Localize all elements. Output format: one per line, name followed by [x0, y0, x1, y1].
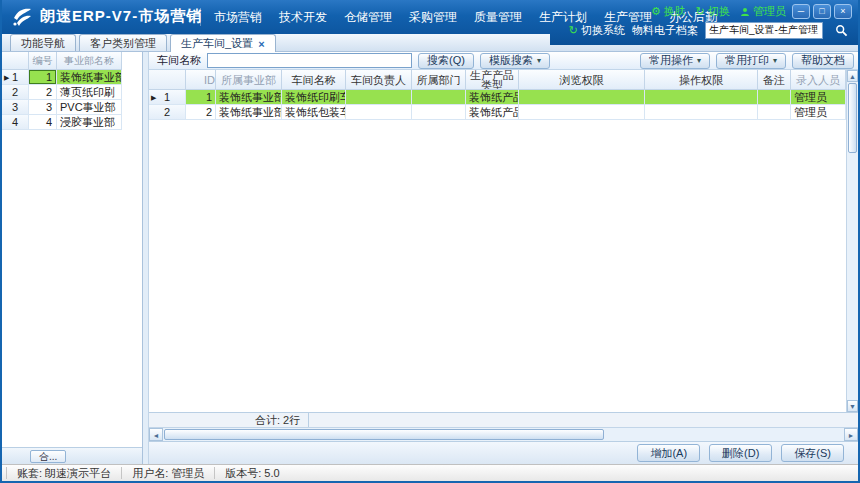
menu-item[interactable]: 技术开发 — [279, 9, 327, 26]
tabs: 功能导航客户类别管理生产车间_设置 — [10, 34, 279, 51]
search-submit-button[interactable]: 搜索(Q) — [418, 53, 474, 69]
cell-entry_by[interactable]: 管理员 — [791, 105, 846, 120]
column-header-manager[interactable]: 车间负责人 — [346, 70, 412, 90]
common-print-button[interactable]: 常用打印 — [716, 53, 786, 69]
cell-view_perm[interactable] — [519, 90, 645, 105]
cell-name[interactable]: 浸胶事业部 — [57, 115, 122, 130]
vertical-scrollbar[interactable]: ▲ ▼ — [846, 70, 858, 412]
cell-workshop[interactable]: 装饰纸印刷车间 — [282, 90, 346, 105]
vertical-scroll-thumb[interactable] — [848, 83, 857, 153]
add-button[interactable]: 增加(A) — [637, 444, 700, 462]
cell-dept[interactable]: 装饰纸事业部 — [216, 90, 282, 105]
cell-remark[interactable] — [758, 105, 791, 120]
marker-column-header — [149, 70, 186, 90]
cell-manager[interactable] — [346, 105, 412, 120]
right-panel: 车间名称 搜索(Q) 模版搜索 常用操作 常用打印 帮助文档 ID所属事业部车间… — [149, 52, 858, 464]
switch-label: 切换 — [708, 4, 730, 19]
save-button[interactable]: 保存(S) — [781, 444, 844, 462]
minimize-button[interactable]: ─ — [792, 4, 810, 19]
scroll-left-icon[interactable]: ◄ — [149, 428, 163, 441]
top-area: 朗速ERP-V7-市场营销 市场营销技术开发仓储管理采购管理质量管理生产计划生产… — [2, 0, 858, 52]
search-button[interactable] — [830, 21, 852, 39]
tab[interactable]: 功能导航 — [10, 34, 76, 51]
close-button[interactable]: × — [834, 4, 852, 19]
cell-view_perm[interactable] — [519, 105, 645, 120]
vertical-scroll-track[interactable] — [847, 154, 858, 400]
left-footer-button[interactable]: 合... — [30, 450, 66, 463]
cell-department[interactable] — [412, 90, 466, 105]
cell-department[interactable] — [412, 105, 466, 120]
cell-manager[interactable] — [346, 90, 412, 105]
cell-num[interactable]: 1 — [29, 70, 57, 85]
cell-id[interactable]: 1 — [186, 90, 216, 105]
row-marker[interactable]: 3 — [2, 100, 29, 115]
tab[interactable]: 生产车间_设置 — [170, 34, 276, 52]
column-header-id[interactable]: ID — [186, 70, 216, 90]
cell-name[interactable]: 薄页纸印刷 — [57, 85, 122, 100]
column-header-workshop[interactable]: 车间名称 — [282, 70, 346, 90]
total-rows-label: 合计: 2行 — [149, 413, 309, 427]
table-row[interactable]: 11装饰纸事业部装饰纸印刷车间装饰纸产品管理员 — [149, 90, 846, 105]
column-header-remark[interactable]: 备注 — [758, 70, 791, 90]
tab[interactable]: 客户类别管理 — [79, 34, 167, 51]
menu-item[interactable]: 采购管理 — [409, 9, 457, 26]
cell-workshop[interactable]: 装饰纸包装车间 — [282, 105, 346, 120]
tab-close-icon[interactable] — [258, 38, 264, 50]
cell-num[interactable]: 2 — [29, 85, 57, 100]
cell-ptype[interactable]: 装饰纸产品 — [466, 105, 519, 120]
switch-system-button[interactable]: ↻ 切换系统 — [569, 23, 625, 38]
cell-id[interactable]: 2 — [186, 105, 216, 120]
workshop-name-input[interactable] — [207, 53, 412, 68]
delete-button[interactable]: 删除(D) — [709, 444, 772, 462]
column-header-view_perm[interactable]: 浏览权限 — [519, 70, 645, 90]
template-search-button[interactable]: 模版搜索 — [480, 53, 550, 69]
horizontal-scrollbar[interactable]: ◄ ► — [149, 427, 858, 441]
switch-button[interactable]: ↻ 切换 — [696, 4, 730, 19]
cell-num[interactable]: 4 — [29, 115, 57, 130]
current-user-button[interactable]: 管理员 — [740, 4, 786, 19]
cell-op_perm[interactable] — [645, 105, 758, 120]
scroll-right-icon[interactable]: ► — [844, 428, 858, 441]
left-table-row[interactable]: 33PVC事业部 — [2, 100, 142, 115]
row-marker[interactable]: 2 — [2, 85, 29, 100]
tab-label: 功能导航 — [21, 36, 65, 51]
left-column-header[interactable]: 编号 — [29, 52, 57, 70]
grid: ID所属事业部车间名称车间负责人所属部门生产产品类型浏览权限操作权限备注录入人员… — [149, 70, 846, 412]
row-marker[interactable]: 1 — [149, 90, 186, 105]
cell-num[interactable]: 3 — [29, 100, 57, 115]
cell-entry_by[interactable]: 管理员 — [791, 90, 846, 105]
row-marker[interactable]: 4 — [2, 115, 29, 130]
change-skin-button[interactable]: ⚙ 换肤 — [651, 4, 686, 19]
menu-item[interactable]: 质量管理 — [474, 9, 522, 26]
table-row[interactable]: 22装饰纸事业部装饰纸包装车间装饰纸产品管理员 — [149, 105, 846, 120]
cell-name[interactable]: PVC事业部 — [57, 100, 122, 115]
common-actions-button[interactable]: 常用操作 — [640, 53, 710, 69]
column-header-department[interactable]: 所属部门 — [412, 70, 466, 90]
column-header-dept[interactable]: 所属事业部 — [216, 70, 282, 90]
horizontal-scroll-thumb[interactable] — [164, 429, 604, 440]
column-header-ptype[interactable]: 生产产品类型 — [466, 70, 519, 90]
scroll-up-icon[interactable]: ▲ — [847, 70, 858, 82]
material-archive-button[interactable]: 物料电子档案 — [632, 23, 698, 38]
maximize-button[interactable]: □ — [813, 4, 831, 19]
row-number: 1 — [12, 71, 18, 83]
row-marker[interactable]: 1 — [2, 70, 29, 85]
cell-name[interactable]: 装饰纸事业部 — [57, 70, 122, 85]
scroll-down-icon[interactable]: ▼ — [847, 400, 858, 412]
menu-item[interactable]: 仓储管理 — [344, 9, 392, 26]
left-table-row[interactable]: 11装饰纸事业部 — [2, 70, 142, 85]
left-table-row[interactable]: 44浸胶事业部 — [2, 115, 142, 130]
left-column-header[interactable]: 事业部名称 — [57, 52, 122, 70]
column-header-entry_by[interactable]: 录入人员 — [791, 70, 846, 90]
row-marker[interactable]: 2 — [149, 105, 186, 120]
left-marker-header — [2, 52, 29, 70]
left-table-row[interactable]: 22薄页纸印刷 — [2, 85, 142, 100]
cell-op_perm[interactable] — [645, 90, 758, 105]
column-header-op_perm[interactable]: 操作权限 — [645, 70, 758, 90]
cell-ptype[interactable]: 装饰纸产品 — [466, 90, 519, 105]
menu-item[interactable]: 市场营销 — [214, 9, 262, 26]
global-search-input[interactable] — [705, 22, 823, 39]
cell-remark[interactable] — [758, 90, 791, 105]
help-doc-button[interactable]: 帮助文档 — [792, 53, 854, 69]
cell-dept[interactable]: 装饰纸事业部 — [216, 105, 282, 120]
